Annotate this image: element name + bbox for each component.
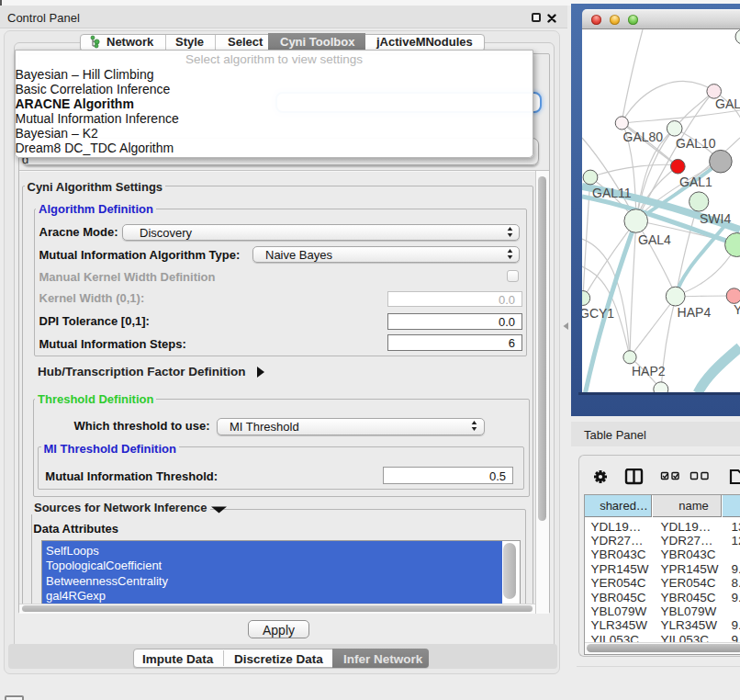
svg-text:HAP4: HAP4 <box>678 305 712 320</box>
svg-text:SWI4: SWI4 <box>700 211 731 226</box>
svg-text:HAP2: HAP2 <box>632 364 666 378</box>
svg-text:YM: YM <box>734 302 740 317</box>
svg-text:GAL80: GAL80 <box>623 130 664 144</box>
svg-text:GAL10: GAL10 <box>676 136 716 151</box>
svg-text:GAL4: GAL4 <box>638 232 671 247</box>
svg-text:GAL2: GAL2 <box>715 96 740 111</box>
svg-text:GAL1: GAL1 <box>679 175 712 189</box>
svg-text:GCY1: GCY1 <box>582 306 614 321</box>
svg-text:GAL11: GAL11 <box>592 186 632 200</box>
